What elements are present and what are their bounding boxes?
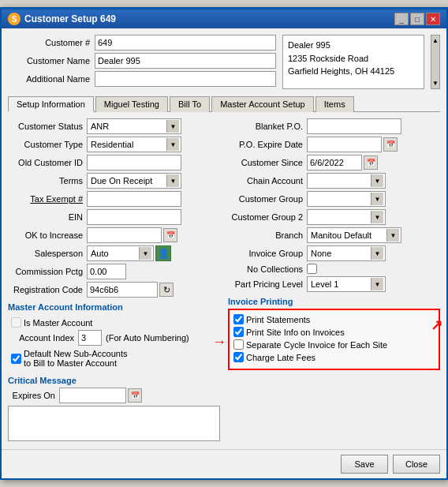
po-expire-calendar[interactable]: 📅 <box>383 137 398 152</box>
blanket-po-label: Blanket P.O. <box>228 122 307 131</box>
old-customer-id-label: Old Customer ID <box>8 158 87 167</box>
charge-late-fees-label: Charge Late Fees <box>246 353 315 362</box>
blanket-po-input[interactable] <box>307 118 401 134</box>
terms-value: Due On Receipt <box>89 176 166 185</box>
chain-account-dropdown[interactable]: ▼ <box>307 173 386 189</box>
no-collections-checkbox[interactable] <box>307 264 317 274</box>
customer-status-label: Customer Status <box>8 122 87 131</box>
bottom-bar: Save Close <box>2 449 446 478</box>
customer-status-arrow[interactable]: ▼ <box>166 120 179 133</box>
ok-to-increase-input[interactable] <box>87 227 162 243</box>
invoice-group-row: Invoice Group None ▼ <box>228 245 440 261</box>
charge-late-fees-checkbox[interactable] <box>233 352 244 362</box>
ok-to-increase-label: OK to Increase <box>8 230 87 240</box>
left-column: Customer Status ANR ▼ Customer Type Resi… <box>8 118 220 443</box>
terms-arrow[interactable]: ▼ <box>166 174 179 187</box>
salesperson-dropdown[interactable]: Auto ▼ <box>87 245 154 261</box>
info-scrollbar[interactable]: ▲ ▼ <box>431 35 440 89</box>
print-site-info-label: Print Site Info on Invoices <box>246 328 345 337</box>
window-body: Customer # Customer Name Additional Name… <box>2 28 446 449</box>
title-buttons: _ □ ✕ <box>394 13 440 25</box>
tab-miguel-testing[interactable]: Miguel Testing <box>95 96 168 112</box>
customer-status-row: Customer Status ANR ▼ <box>8 118 220 134</box>
is-master-label: Is Master Account <box>24 318 92 328</box>
invoice-printing-title: Invoice Printing <box>228 297 440 306</box>
expires-on-calendar[interactable]: 📅 <box>128 388 142 403</box>
registration-code-refresh[interactable]: ↻ <box>159 283 174 297</box>
customer-type-arrow[interactable]: ▼ <box>166 138 179 151</box>
info-line1: Dealer 995 <box>288 39 419 52</box>
old-customer-id-input[interactable] <box>87 155 181 170</box>
default-sub-accounts-checkbox[interactable] <box>11 354 21 364</box>
invoice-printing-section: → ↗ Print Statements Print Site Info on … <box>228 309 440 370</box>
master-account-title: Master Account Information <box>8 302 220 312</box>
print-site-info-row: Print Site Info on Invoices <box>233 327 435 337</box>
salesperson-arrow[interactable]: ▼ <box>139 247 151 260</box>
close-button[interactable]: Close <box>393 455 440 474</box>
print-statements-checkbox[interactable] <box>233 314 244 324</box>
expires-on-input[interactable] <box>59 388 126 403</box>
part-pricing-level-row: Part Pricing Level Level 1 ▼ <box>228 276 440 292</box>
tab-bill-to[interactable]: Bill To <box>170 96 210 112</box>
customer-since-label: Customer Since <box>228 158 307 167</box>
info-line2: 1235 Rockside Road <box>288 52 419 66</box>
main-window: S Customer Setup 649 _ □ ✕ Customer # Cu… <box>0 7 448 480</box>
customer-group2-arrow[interactable]: ▼ <box>371 211 383 223</box>
salesperson-row: Salesperson Auto ▼ 👤 <box>8 245 220 261</box>
additional-name-input[interactable] <box>95 71 276 87</box>
master-account-section: Is Master Account Account Index (For Aut… <box>8 314 220 371</box>
save-button[interactable]: Save <box>341 455 388 474</box>
part-pricing-level-dropdown[interactable]: Level 1 ▼ <box>307 276 386 292</box>
branch-value: Manitou Default <box>309 230 386 240</box>
customer-since-calendar[interactable]: 📅 <box>364 155 378 170</box>
tab-setup-information[interactable]: Setup Information <box>8 96 94 112</box>
no-collections-row: No Collections <box>228 264 440 274</box>
is-master-row: Is Master Account <box>11 317 217 328</box>
print-site-info-checkbox[interactable] <box>233 327 244 337</box>
customer-group2-row: Customer Group 2 ▼ <box>228 209 440 225</box>
customer-type-dropdown[interactable]: Residential ▼ <box>87 137 181 152</box>
critical-message-section: Critical Message Expires On 📅 <box>8 376 220 443</box>
is-master-checkbox[interactable] <box>11 317 21 328</box>
customer-number-row: Customer # <box>8 35 276 51</box>
po-expire-date-input[interactable] <box>307 137 382 152</box>
customer-group2-dropdown[interactable]: ▼ <box>307 209 386 225</box>
terms-dropdown[interactable]: Due On Receipt ▼ <box>87 173 181 189</box>
tax-exempt-input[interactable] <box>87 191 181 207</box>
customer-name-input[interactable] <box>95 53 276 69</box>
critical-message-textarea[interactable] <box>8 406 220 441</box>
terms-row: Terms Due On Receipt ▼ <box>8 173 220 189</box>
branch-label: Branch <box>228 230 307 240</box>
salesperson-green-button[interactable]: 👤 <box>155 245 171 261</box>
separate-cycle-checkbox[interactable] <box>233 339 244 350</box>
registration-code-label: Registration Code <box>8 285 87 294</box>
customer-name-label: Customer Name <box>8 56 95 66</box>
minimize-button[interactable]: _ <box>394 13 409 25</box>
customer-since-input[interactable] <box>307 155 362 170</box>
customer-status-dropdown[interactable]: ANR ▼ <box>87 118 181 134</box>
invoice-group-dropdown[interactable]: None ▼ <box>307 245 386 261</box>
registration-code-input[interactable] <box>87 282 158 298</box>
customer-group-arrow[interactable]: ▼ <box>371 193 383 205</box>
print-statements-row: Print Statements <box>233 314 435 324</box>
customer-type-row: Customer Type Residential ▼ <box>8 137 220 152</box>
ok-to-increase-calendar[interactable]: 📅 <box>163 228 177 242</box>
chain-account-arrow[interactable]: ▼ <box>371 174 383 187</box>
blanket-po-row: Blanket P.O. <box>228 118 440 134</box>
customer-group-label: Customer Group <box>228 194 307 204</box>
tab-master-account-setup[interactable]: Master Account Setup <box>211 96 314 112</box>
customer-group-dropdown[interactable]: ▼ <box>307 191 386 207</box>
window-close-button[interactable]: ✕ <box>426 13 440 25</box>
ein-input[interactable] <box>87 209 181 225</box>
part-pricing-level-arrow[interactable]: ▼ <box>371 278 383 290</box>
tab-items[interactable]: Items <box>315 96 354 112</box>
branch-dropdown[interactable]: Manitou Default ▼ <box>307 227 401 243</box>
invoice-group-arrow[interactable]: ▼ <box>371 247 383 260</box>
commission-pctg-input[interactable] <box>87 264 126 279</box>
chain-account-label: Chain Account <box>228 176 307 185</box>
customer-number-input[interactable] <box>95 35 276 51</box>
maximize-button[interactable]: □ <box>410 13 424 25</box>
branch-arrow[interactable]: ▼ <box>386 229 399 242</box>
ok-to-increase-row: OK to Increase 📅 <box>8 227 220 243</box>
account-index-input[interactable] <box>78 330 102 346</box>
